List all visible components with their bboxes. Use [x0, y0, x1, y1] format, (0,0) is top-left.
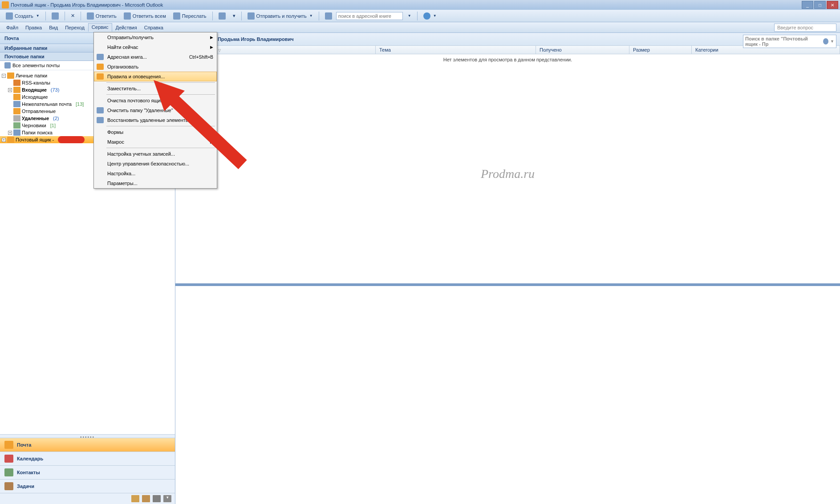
- col-size[interactable]: Размер: [629, 46, 692, 54]
- menu-actions[interactable]: Действия: [112, 24, 141, 32]
- print-button[interactable]: [49, 11, 62, 21]
- menu-goto[interactable]: Переход: [61, 24, 88, 32]
- menu-organize[interactable]: Организовать: [94, 62, 217, 72]
- address-search-input[interactable]: [336, 12, 403, 20]
- menu-trust-center[interactable]: Центр управления безопасностью...: [94, 159, 217, 169]
- nav-mail[interactable]: Почта: [0, 438, 175, 452]
- mail-view-header: ый ящик - Продьма Игорь Владимирович Пои…: [175, 33, 840, 46]
- nav-shortcut-notes[interactable]: [131, 495, 139, 502]
- col-from[interactable]: т ▽: [211, 46, 376, 54]
- nav-shortcut-shortcuts[interactable]: [153, 495, 161, 502]
- menu-customize[interactable]: Настройка...: [94, 169, 217, 178]
- reply-button[interactable]: Ответить: [84, 11, 120, 21]
- menu-tools[interactable]: Сервис: [88, 23, 112, 32]
- pane-resize-handle[interactable]: ••••••: [0, 434, 175, 438]
- menu-macro[interactable]: Макрос▶: [94, 137, 217, 147]
- menu-rules-alerts[interactable]: Правила и оповещения...: [94, 72, 217, 81]
- menu-edit[interactable]: Правка: [22, 24, 45, 32]
- column-headers: ! т ▽ Тема Получено Размер Категории: [175, 46, 840, 54]
- close-button[interactable]: ✕: [827, 1, 838, 9]
- menu-options[interactable]: Параметры...: [94, 178, 217, 188]
- nav-tasks[interactable]: Задачи: [0, 479, 175, 493]
- window-title: Почтовый ящик - Продьма Игорь Владимиров…: [11, 2, 163, 8]
- nav-contacts[interactable]: Контакты: [0, 465, 175, 479]
- search-icon: [823, 38, 828, 44]
- mail-view: ый ящик - Продьма Игорь Владимирович Пои…: [175, 33, 840, 504]
- tools-menu-dropdown: Отправить/получить▶ Найти сейчас▶ Адресн…: [93, 32, 217, 189]
- nav-buttons: Почта Календарь Контакты Задачи ▾: [0, 438, 175, 504]
- preview-pane: [175, 286, 840, 504]
- addressbook-icon[interactable]: [322, 11, 335, 21]
- app-icon: [2, 1, 9, 8]
- nav-configure-button[interactable]: ▾: [163, 495, 171, 502]
- help-question-input[interactable]: Введите вопрос: [774, 24, 836, 32]
- menu-mailbox-cleanup[interactable]: Очистка почтового ящика...: [94, 96, 217, 105]
- annotation-red-oval: [58, 136, 85, 143]
- help-button[interactable]: ▼: [420, 11, 440, 21]
- menu-send-receive[interactable]: Отправить/получить▶: [94, 32, 217, 42]
- folder-search-input[interactable]: Поиск в папке "Почтовый ящик - Пр ▼: [743, 35, 836, 48]
- watermark: Prodma.ru: [175, 65, 840, 283]
- menu-file[interactable]: Файл: [3, 24, 22, 32]
- send-receive-button[interactable]: Отправить и получить▼: [244, 11, 316, 21]
- menu-help[interactable]: Справка: [141, 24, 167, 32]
- menu-forms[interactable]: Формы▶: [94, 127, 217, 137]
- nav-shortcut-folders[interactable]: [142, 495, 150, 502]
- menu-empty-deleted[interactable]: Очистить папку "Удаленные": [94, 105, 217, 115]
- menu-deputy[interactable]: Заместитель...: [94, 84, 217, 93]
- col-subject[interactable]: Тема: [376, 46, 536, 54]
- menu-find-now[interactable]: Найти сейчас▶: [94, 42, 217, 52]
- nav-calendar[interactable]: Календарь: [0, 452, 175, 465]
- minimize-button[interactable]: _: [802, 1, 813, 9]
- categorize-button[interactable]: [215, 11, 229, 21]
- mail-list-empty: Нет элементов для просмотра в данном пре…: [175, 54, 840, 65]
- flag-button[interactable]: ▾: [230, 12, 239, 20]
- menu-account-settings[interactable]: Настройка учетных записей...: [94, 149, 217, 159]
- menu-bar: Файл Правка Вид Переход Сервис Действия …: [0, 22, 840, 33]
- forward-button[interactable]: Переслать: [170, 11, 210, 21]
- menu-address-book[interactable]: Адресная книга...Ctrl+Shift+B: [94, 52, 217, 62]
- search-dropdown[interactable]: ▼: [404, 12, 414, 19]
- new-button[interactable]: Создать▼: [3, 11, 43, 21]
- menu-recover-deleted[interactable]: Восстановить удаленные элементы...: [94, 115, 217, 125]
- menu-view[interactable]: Вид: [45, 24, 61, 32]
- delete-button[interactable]: ✕: [68, 12, 78, 20]
- reply-all-button[interactable]: Ответить всем: [121, 11, 169, 21]
- maximize-button[interactable]: □: [814, 1, 826, 9]
- search-icon: [4, 62, 11, 69]
- title-bar: Почтовый ящик - Продьма Игорь Владимиров…: [0, 0, 840, 10]
- toolbar: Создать▼ ✕ Ответить Ответить всем Пересл…: [0, 10, 840, 22]
- col-received[interactable]: Получено: [536, 46, 629, 54]
